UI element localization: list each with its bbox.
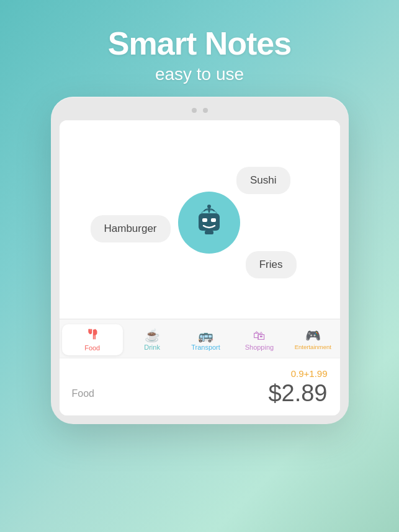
tab-bar: Food ☕ Drink 🚌 Transport 🛍 Shopping 🎮 En… xyxy=(60,319,340,358)
shopping-label: Shopping xyxy=(245,344,274,351)
phone-dot-2 xyxy=(203,108,208,113)
header: Smart Notes easy to use xyxy=(108,0,291,97)
svg-rect-4 xyxy=(211,218,216,222)
drink-icon: ☕ xyxy=(145,329,160,342)
food-label: Food xyxy=(84,344,100,352)
phone-frame: Sushi xyxy=(51,97,349,424)
tab-shopping[interactable]: 🛍 Shopping xyxy=(233,327,286,353)
phone-dots xyxy=(60,108,340,113)
transport-icon: 🚌 xyxy=(198,329,213,342)
svg-rect-3 xyxy=(202,218,207,222)
app-subtitle: easy to use xyxy=(108,64,291,84)
hamburger-label: Hamburger xyxy=(104,223,157,234)
receipt-area: 0.9+1.99 Food $2.89 xyxy=(60,358,340,415)
sushi-bubble: Sushi xyxy=(236,167,290,194)
tab-entertainment[interactable]: 🎮 Entertainment xyxy=(286,327,339,353)
receipt-total: $2.89 xyxy=(268,380,327,407)
svg-point-1 xyxy=(207,205,211,208)
tab-transport[interactable]: 🚌 Transport xyxy=(179,327,232,353)
receipt-calculation: 0.9+1.99 xyxy=(72,368,328,379)
sushi-label: Sushi xyxy=(250,174,277,186)
chat-area: Sushi xyxy=(60,120,340,319)
fries-bubble: Fries xyxy=(246,251,297,278)
fries-label: Fries xyxy=(259,259,283,270)
tab-food[interactable]: Food xyxy=(62,324,123,355)
phone-dot-1 xyxy=(192,108,197,113)
receipt-row: Food $2.89 xyxy=(72,380,328,407)
shopping-icon: 🛍 xyxy=(253,329,266,342)
robot-icon xyxy=(191,205,227,241)
tab-drink[interactable]: ☕ Drink xyxy=(125,327,179,353)
entertainment-icon: 🎮 xyxy=(305,329,321,342)
hamburger-bubble: Hamburger xyxy=(91,215,171,242)
phone-screen: Sushi xyxy=(60,120,340,415)
app-title: Smart Notes xyxy=(108,25,291,62)
food-icon xyxy=(86,328,99,342)
drink-label: Drink xyxy=(144,344,160,351)
receipt-category: Food xyxy=(72,388,94,399)
svg-rect-5 xyxy=(205,231,213,234)
bubble-container: Sushi xyxy=(72,154,328,291)
entertainment-label: Entertainment xyxy=(295,344,331,350)
robot-bubble xyxy=(178,192,240,254)
transport-label: Transport xyxy=(191,344,220,351)
